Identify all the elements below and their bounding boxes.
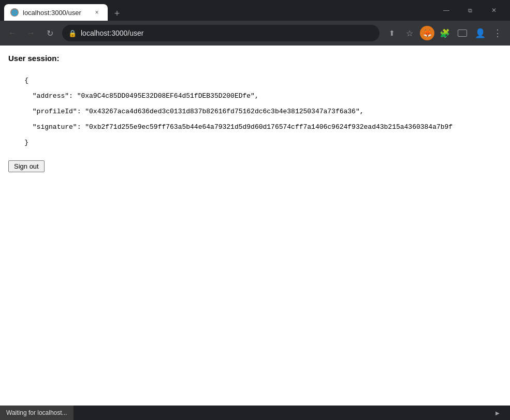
status-text: Waiting for localhost... <box>0 406 74 420</box>
split-screen-icon <box>458 29 467 37</box>
window-close-button[interactable]: ✕ <box>482 2 506 19</box>
nav-bar: ← → ↻ 🔒 localhost:3000/user ⬆ ☆ 🦊 🧩 👤 ⋮ <box>0 21 510 46</box>
forward-button[interactable]: → <box>23 25 39 41</box>
share-icon: ⬆ <box>389 29 395 37</box>
new-tab-button[interactable]: + <box>110 6 124 21</box>
split-screen-button[interactable] <box>454 25 471 41</box>
signature-line: "signature": "0xb2f71d255e9ec59ff763a5b4… <box>24 123 453 131</box>
back-button[interactable]: ← <box>4 25 21 41</box>
puzzle-icon: 🧩 <box>440 28 450 38</box>
json-block: { "address": "0xa9C4c85DD0495E32D08EF64d… <box>8 69 502 154</box>
window-minimize-button[interactable]: — <box>434 2 458 19</box>
metamask-button[interactable]: 🦊 <box>419 25 435 41</box>
json-close: } <box>24 139 28 146</box>
tab-favicon: 🌐 <box>10 8 19 17</box>
active-tab[interactable]: 🌐 localhost:3000/user × <box>4 4 108 21</box>
title-bar: 🌐 localhost:3000/user × + — ⧉ ✕ <box>0 0 510 21</box>
window-restore-button[interactable]: ⧉ <box>458 2 482 19</box>
page-title: User session: <box>8 54 502 63</box>
lock-icon: 🔒 <box>68 29 77 37</box>
address-bar[interactable]: 🔒 localhost:3000/user <box>62 25 380 41</box>
scroll-right-icon: ▶ <box>496 410 500 416</box>
tab-title: localhost:3000/user <box>23 9 88 17</box>
back-icon: ← <box>8 28 17 38</box>
scroll-right-indicator[interactable]: ▶ <box>493 406 502 420</box>
tab-close-button[interactable]: × <box>92 8 101 17</box>
forward-icon: → <box>27 28 35 38</box>
address-line: "address": "0xa9C4c85DD0495E32D08EF64d51… <box>24 92 258 100</box>
menu-button[interactable]: ⋮ <box>489 25 506 41</box>
close-icon: ✕ <box>491 7 497 14</box>
bookmark-icon: ☆ <box>406 28 413 38</box>
bookmark-button[interactable]: ☆ <box>401 25 418 41</box>
tab-bar: 🌐 localhost:3000/user × + <box>4 0 434 21</box>
profile-icon: 👤 <box>475 28 486 39</box>
refresh-icon: ↻ <box>47 28 53 38</box>
toolbar-icons: ⬆ ☆ 🦊 🧩 👤 ⋮ <box>384 25 506 41</box>
menu-icon: ⋮ <box>493 27 502 39</box>
refresh-button[interactable]: ↻ <box>41 25 58 41</box>
address-text: localhost:3000/user <box>81 29 373 37</box>
page-content: User session: { "address": "0xa9C4c85DD0… <box>0 46 510 406</box>
status-bar: Waiting for localhost... ▶ <box>0 406 510 420</box>
profile-id-line: "profileId": "0x43267aca4d636ded3c0131d8… <box>24 108 363 115</box>
metamask-icon: 🦊 <box>420 26 434 40</box>
share-button[interactable]: ⬆ <box>384 25 400 41</box>
restore-icon: ⧉ <box>468 7 472 14</box>
profile-button[interactable]: 👤 <box>472 25 488 41</box>
sign-out-button[interactable]: Sign out <box>8 160 45 172</box>
extensions-button[interactable]: 🧩 <box>436 25 453 41</box>
window-controls: — ⧉ ✕ <box>434 2 506 19</box>
minimize-icon: — <box>443 7 449 14</box>
json-open: { <box>24 77 28 84</box>
